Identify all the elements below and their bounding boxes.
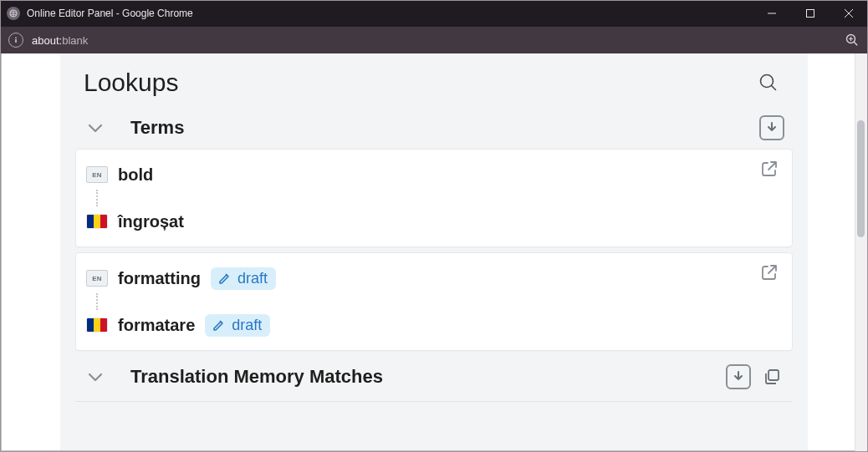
status-badge-label: draft [237, 270, 268, 287]
window-titlebar: Online Editor Panel - Google Chrome [0, 0, 868, 27]
search-icon[interactable] [758, 72, 779, 94]
section-title-terms: Terms [130, 117, 751, 139]
status-badge-draft: draft [211, 267, 276, 290]
url-scheme: about: [32, 34, 62, 47]
window-minimize-button[interactable] [753, 0, 791, 27]
chevron-down-icon[interactable] [84, 116, 107, 140]
term-card[interactable]: EN bold îngroșat [75, 149, 793, 247]
url-path: blank [62, 34, 88, 47]
term-source-text: formatting [118, 269, 201, 288]
lang-badge-en: EN [86, 166, 108, 183]
flag-ro-icon [86, 317, 108, 333]
section-header-terms: Terms [60, 107, 808, 149]
pencil-icon [212, 317, 227, 333]
open-external-icon[interactable] [760, 263, 780, 283]
browser-viewport: Lookups Terms [1, 53, 867, 451]
address-url[interactable]: about:blank [32, 34, 88, 47]
svg-rect-3 [15, 39, 17, 43]
window-title: Online Editor Panel - Google Chrome [27, 8, 193, 19]
scrollbar-thumb[interactable] [857, 120, 865, 237]
term-source-text: bold [118, 165, 153, 185]
flag-ro-icon [86, 214, 108, 229]
lang-badge-en: EN [86, 270, 108, 287]
copy-stack-icon[interactable] [759, 364, 784, 389]
term-card[interactable]: EN formatting draft formatare [75, 252, 793, 351]
term-target-text: formatare [118, 316, 195, 335]
site-info-icon[interactable] [8, 33, 23, 48]
section-header-tm: Translation Memory Matches [60, 356, 808, 398]
term-connector [96, 190, 777, 206]
svg-point-2 [15, 37, 17, 38]
open-external-icon[interactable] [760, 160, 780, 180]
chevron-down-icon[interactable] [84, 365, 107, 389]
zoom-icon[interactable] [845, 33, 860, 48]
insert-tm-button[interactable] [726, 364, 751, 389]
browser-address-bar: about:blank [0, 27, 868, 53]
pencil-icon [217, 271, 232, 286]
window-close-button[interactable] [830, 0, 868, 27]
window-favicon [7, 7, 20, 20]
section-title-tm: Translation Memory Matches [130, 366, 717, 388]
window-maximize-button[interactable] [791, 0, 830, 27]
term-connector [96, 293, 777, 310]
svg-rect-6 [768, 370, 779, 380]
term-target-text: îngroșat [118, 212, 184, 231]
page-title: Lookups [84, 69, 758, 97]
scrollbar-track[interactable] [855, 53, 867, 451]
status-badge-label: draft [232, 317, 262, 334]
insert-term-button[interactable] [759, 115, 784, 140]
status-badge-draft: draft [205, 314, 270, 337]
svg-rect-1 [807, 10, 814, 18]
